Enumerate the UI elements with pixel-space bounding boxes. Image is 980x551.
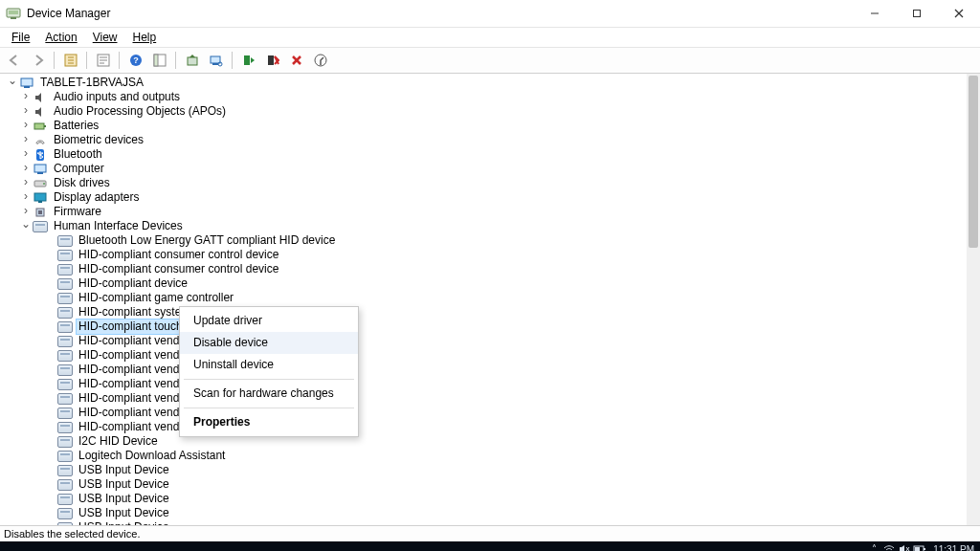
device-item[interactable]: HID-compliant vendor-defin: [2, 348, 967, 363]
chevron-right-icon[interactable]: [19, 90, 33, 104]
category-firmware[interactable]: Firmware: [2, 205, 967, 219]
category-computer[interactable]: Computer: [2, 162, 967, 176]
chevron-right-icon[interactable]: [19, 133, 33, 147]
close-button[interactable]: [938, 0, 980, 27]
device-item[interactable]: Logitech Download Assistant: [2, 449, 967, 463]
ctx-uninstall-device[interactable]: Uninstall device: [180, 354, 358, 376]
chevron-down-icon[interactable]: [6, 76, 19, 90]
chevron-down-icon[interactable]: [19, 219, 33, 233]
category-batteries[interactable]: Batteries: [2, 119, 967, 133]
device-item[interactable]: HID-compliant vendor-defin: [2, 406, 967, 420]
device-icon: [57, 392, 73, 406]
menu-action[interactable]: Action: [37, 29, 84, 46]
device-icon: [57, 407, 73, 420]
tree-root[interactable]: TABLET-1BRVAJSA: [2, 76, 967, 90]
device-item-selected[interactable]: HID-compliant touch screen: [2, 320, 967, 334]
device-icon: [57, 435, 73, 449]
device-label: USB Input Device: [77, 463, 171, 477]
bluetooth-icon: [33, 148, 48, 162]
speaker-icon: [33, 91, 48, 104]
category-audio-inputs-outputs[interactable]: Audio inputs and outputs: [2, 90, 967, 104]
uninstall-device-button[interactable]: [286, 50, 307, 71]
device-item[interactable]: USB Input Device: [2, 506, 967, 520]
device-icon: [57, 292, 73, 305]
device-item[interactable]: USB Input Device: [2, 520, 967, 525]
svg-rect-21: [212, 63, 218, 65]
category-human-interface-devices[interactable]: Human Interface Devices: [2, 219, 967, 233]
minimize-button[interactable]: [854, 0, 896, 27]
device-label: HID-compliant consumer control device: [77, 248, 280, 262]
device-item[interactable]: I2C HID Device: [2, 434, 967, 449]
device-item[interactable]: HID-compliant consumer control device: [2, 262, 967, 276]
ctx-update-driver[interactable]: Update driver: [180, 310, 358, 332]
device-icon: [57, 521, 73, 526]
enable-device-button[interactable]: [238, 50, 259, 71]
add-legacy-hardware-button[interactable]: [310, 50, 331, 71]
menu-file[interactable]: File: [4, 29, 37, 46]
chevron-right-icon[interactable]: [19, 176, 33, 190]
ctx-properties[interactable]: Properties: [180, 411, 358, 433]
menu-action-label: Action: [45, 31, 77, 44]
category-biometric-devices[interactable]: Biometric devices: [2, 133, 967, 147]
device-item[interactable]: HID-compliant vendor-defin: [2, 377, 967, 391]
menu-help[interactable]: Help: [125, 29, 165, 46]
update-driver-button[interactable]: [182, 50, 203, 71]
device-item[interactable]: Bluetooth Low Energy GATT compliant HID …: [2, 233, 967, 248]
menu-view[interactable]: View: [85, 29, 125, 46]
device-icon: [57, 349, 73, 363]
device-label: USB Input Device: [77, 492, 171, 506]
svg-text:?: ?: [133, 55, 139, 65]
svg-rect-41: [38, 210, 42, 214]
chevron-right-icon[interactable]: [19, 104, 33, 119]
device-item[interactable]: HID-compliant vendor-defin: [2, 391, 967, 406]
disable-device-button[interactable]: [262, 50, 283, 71]
svg-rect-1: [9, 11, 18, 14]
maximize-button[interactable]: [896, 0, 938, 27]
tray-chevron-up-icon[interactable]: ˄: [866, 543, 881, 552]
device-item[interactable]: HID-compliant vendor-defin: [2, 420, 967, 434]
vertical-scrollbar[interactable]: [967, 74, 980, 525]
toolbar-separator: [175, 52, 177, 69]
taskbar-clock[interactable]: 11:31 PM: [933, 544, 974, 552]
scan-hardware-button[interactable]: [206, 50, 227, 71]
ctx-disable-device[interactable]: Disable device: [180, 332, 358, 354]
chevron-right-icon[interactable]: [19, 147, 33, 162]
device-item[interactable]: HID-compliant vendor-defin: [2, 334, 967, 348]
chevron-right-icon[interactable]: [19, 190, 33, 205]
menu-view-label: View: [93, 31, 118, 44]
category-audio-processing-objects[interactable]: Audio Processing Objects (APOs): [2, 104, 967, 119]
svg-rect-29: [21, 78, 33, 86]
chevron-right-icon[interactable]: [19, 119, 33, 133]
category-label: Audio Processing Objects (APOs): [52, 104, 228, 119]
disk-icon: [33, 177, 48, 190]
device-label: HID-compliant consumer control device: [77, 262, 280, 276]
category-label: Computer: [52, 162, 106, 176]
properties-button[interactable]: [93, 50, 114, 71]
show-hide-console-tree-button[interactable]: [60, 50, 81, 71]
ctx-scan-hardware[interactable]: Scan for hardware changes: [180, 383, 358, 405]
category-bluetooth[interactable]: Bluetooth: [2, 147, 967, 162]
device-item[interactable]: HID-compliant device: [2, 276, 967, 291]
category-disk-drives[interactable]: Disk drives: [2, 176, 967, 190]
svg-rect-19: [188, 57, 197, 65]
device-item[interactable]: HID-compliant vendor-defin: [2, 363, 967, 377]
action-panel-button[interactable]: [149, 50, 170, 71]
svg-rect-24: [268, 55, 274, 65]
device-item[interactable]: HID-compliant system controller: [2, 305, 967, 320]
chevron-right-icon[interactable]: [19, 162, 33, 176]
device-item[interactable]: USB Input Device: [2, 463, 967, 477]
device-item[interactable]: USB Input Device: [2, 492, 967, 506]
menu-file-label: File: [11, 31, 30, 44]
scrollbar-thumb[interactable]: [969, 76, 978, 248]
device-item[interactable]: HID-compliant consumer control device: [2, 248, 967, 262]
svg-rect-2: [11, 17, 16, 19]
device-item[interactable]: USB Input Device: [2, 477, 967, 492]
category-display-adapters[interactable]: Display adapters: [2, 190, 967, 205]
device-tree[interactable]: TABLET-1BRVAJSA Audio inputs and outputs…: [0, 74, 967, 525]
device-item[interactable]: HID-compliant game controller: [2, 291, 967, 305]
help-button[interactable]: ?: [125, 50, 146, 71]
battery-icon[interactable]: [912, 544, 927, 551]
volume-mute-icon[interactable]: [897, 544, 912, 551]
device-icon: [57, 277, 73, 291]
wifi-icon[interactable]: [881, 544, 897, 551]
